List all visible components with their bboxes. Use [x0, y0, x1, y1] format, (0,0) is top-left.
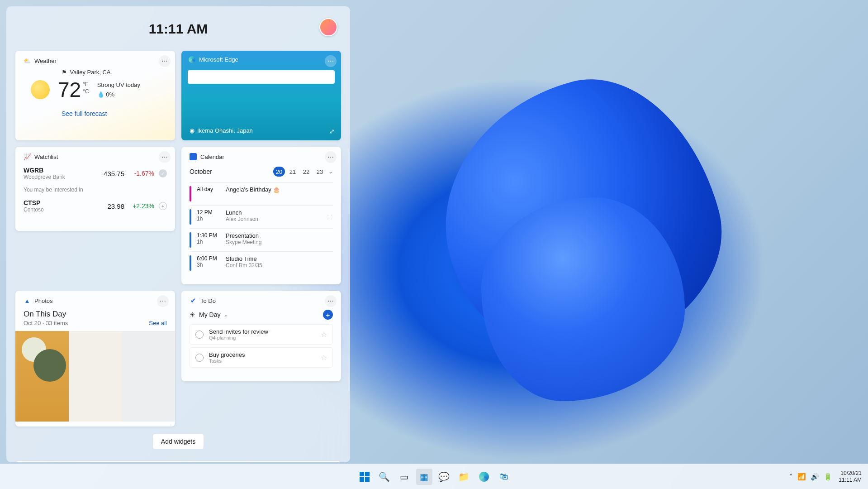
- weather-more-button[interactable]: ⋯: [159, 55, 171, 67]
- weather-location: ⚑ Valley Park, CA: [24, 69, 167, 76]
- add-stock-icon[interactable]: +: [159, 202, 167, 210]
- watchlist-widget[interactable]: 📈 Watchlist ⋯ WGRBWoodgrove Bank435.75-1…: [15, 147, 175, 231]
- system-tray[interactable]: ˄ 📶 🔊 🔋: [789, 473, 832, 481]
- todo-add-button[interactable]: +: [323, 310, 333, 320]
- event-subtitle: Skype Meeting: [226, 239, 261, 245]
- edge-search-bar[interactable]: [188, 70, 335, 84]
- photos-more-button[interactable]: ⋯: [157, 295, 169, 307]
- expand-icon[interactable]: ⤢: [329, 128, 335, 135]
- weather-temp: 72 °F °C: [58, 77, 89, 102]
- todo-item[interactable]: Buy groceriesTasks☆: [190, 347, 333, 368]
- edge-icon: [189, 56, 195, 63]
- store-button[interactable]: 🛍: [496, 469, 512, 485]
- event-title: Lunch: [226, 209, 258, 216]
- photos-strip[interactable]: [15, 331, 175, 422]
- weather-icon: ⛅: [24, 57, 31, 64]
- event-time: All day: [197, 186, 220, 201]
- wallpaper-bloom: [391, 39, 775, 424]
- todo-myday-label[interactable]: My Day: [199, 311, 220, 318]
- search-button[interactable]: 🔍: [376, 469, 393, 485]
- stock-change: -1.67%: [124, 170, 154, 177]
- todo-checkbox[interactable]: [195, 331, 204, 339]
- stock-company: Contoso: [24, 206, 93, 213]
- check-icon[interactable]: ✓: [159, 169, 167, 177]
- event-color-bar: [190, 186, 191, 201]
- chevron-down-icon[interactable]: ⌄: [328, 168, 333, 175]
- unit-c[interactable]: °C: [83, 88, 89, 95]
- calendar-day[interactable]: 22: [300, 167, 312, 177]
- calendar-event[interactable]: 6:00 PM3hStudio TimeConf Rm 32/35: [190, 251, 333, 274]
- chat-button[interactable]: 💬: [436, 469, 452, 485]
- location-dot-icon: ◉: [190, 127, 194, 134]
- sun-icon: [31, 80, 50, 99]
- star-icon[interactable]: ☆: [321, 353, 327, 362]
- drag-handle-icon[interactable]: ⋮⋮: [326, 215, 333, 220]
- sun-outline-icon: ☀: [190, 311, 195, 318]
- chevron-down-icon[interactable]: ⌄: [224, 312, 228, 318]
- photo-thumb[interactable]: [69, 331, 122, 422]
- widgets-grid: ⛅ Weather ⋯ ⚑ Valley Park, CA 72 °F °C S: [15, 51, 341, 462]
- widgets-header: 11:11 AM: [15, 15, 341, 43]
- taskbar-right: ˄ 📶 🔊 🔋 10/20/21 11:11 AM: [789, 470, 862, 484]
- event-subtitle: Alex Johnson: [226, 216, 258, 222]
- top-stories-widget[interactable]: TOP STORIES USA Today · 3 minsOne of the…: [15, 461, 341, 462]
- calendar-day[interactable]: 21: [287, 167, 299, 177]
- star-icon[interactable]: ☆: [321, 330, 327, 339]
- widgets-button[interactable]: ▦: [416, 469, 432, 485]
- location-pin-icon: ⚑: [62, 69, 67, 76]
- calendar-event[interactable]: All dayAngela's Birthday 🎂: [190, 182, 333, 205]
- edge-widget[interactable]: Microsoft Edge ⋯ ◉ Ikema Ohashi, Japan ⤢: [181, 51, 341, 140]
- chevron-up-icon[interactable]: ˄: [789, 473, 793, 481]
- weather-uv: Strong UV today: [97, 82, 140, 88]
- volume-icon[interactable]: 🔊: [811, 473, 819, 481]
- unit-f[interactable]: °F: [83, 81, 89, 87]
- event-title: Angela's Birthday 🎂: [226, 186, 280, 193]
- edge-more-button[interactable]: ⋯: [325, 55, 337, 67]
- temp-value: 72: [58, 77, 81, 102]
- photos-meta: Oct 20 · 33 items: [24, 320, 68, 326]
- task-view-button[interactable]: ▭: [396, 469, 413, 485]
- calendar-more-button[interactable]: ⋯: [325, 151, 337, 163]
- calendar-event[interactable]: 12 PM1hLunchAlex Johnson⋮⋮: [190, 205, 333, 228]
- weather-widget[interactable]: ⛅ Weather ⋯ ⚑ Valley Park, CA 72 °F °C S: [15, 51, 175, 140]
- add-widgets-row: Add widgets: [15, 434, 341, 449]
- taskbar: 🔍 ▭ ▦ 💬 📁 🛍 ˄ 📶 🔊 🔋 10/20/21 11:11 AM: [0, 464, 868, 489]
- edge-title: Microsoft Edge: [199, 56, 238, 63]
- watchlist-row[interactable]: WGRBWoodgrove Bank435.75-1.67%✓: [24, 167, 167, 180]
- stock-price: 23.98: [93, 202, 124, 210]
- todo-checkbox[interactable]: [195, 354, 204, 362]
- file-explorer-button[interactable]: 📁: [456, 469, 472, 485]
- calendar-title: Calendar: [200, 153, 224, 160]
- todo-item-title: Send invites for review: [209, 328, 315, 335]
- taskbar-time: 11:11 AM: [839, 477, 862, 484]
- wifi-icon[interactable]: 📶: [797, 473, 806, 481]
- calendar-month[interactable]: October: [190, 168, 273, 175]
- todo-widget[interactable]: ✔ To Do ⋯ ☀ My Day ⌄ + Send invites for …: [181, 291, 341, 381]
- photo-thumb[interactable]: [15, 331, 69, 422]
- watchlist-row[interactable]: CTSPContoso23.98+2.23%+: [24, 199, 167, 213]
- start-button[interactable]: [356, 469, 373, 485]
- edge-button[interactable]: [476, 469, 492, 485]
- calendar-icon: [190, 153, 197, 160]
- calendar-widget[interactable]: Calendar ⋯ October 20212223 ⌄ All dayAng…: [181, 147, 341, 284]
- todo-item[interactable]: Send invites for reviewQ4 planning☆: [190, 324, 333, 345]
- todo-item-sub: Tasks: [209, 358, 315, 364]
- event-subtitle: Conf Rm 32/35: [226, 262, 262, 268]
- forecast-link[interactable]: See full forecast: [62, 110, 167, 117]
- add-widgets-button[interactable]: Add widgets: [152, 434, 204, 449]
- battery-icon[interactable]: 🔋: [824, 473, 832, 481]
- watchlist-more-button[interactable]: ⋯: [159, 151, 171, 163]
- photos-seeall-link[interactable]: See all: [149, 320, 167, 326]
- todo-more-button[interactable]: ⋯: [325, 295, 337, 307]
- calendar-day[interactable]: 23: [314, 167, 326, 177]
- taskbar-clock[interactable]: 10/20/21 11:11 AM: [839, 470, 862, 484]
- calendar-day[interactable]: 20: [273, 167, 285, 177]
- calendar-event[interactable]: 1:30 PM1hPresentationSkype Meeting: [190, 228, 333, 251]
- photos-widget[interactable]: ▲ Photos ⋯ On This Day Oct 20 · 33 items…: [15, 291, 175, 427]
- user-avatar[interactable]: [319, 18, 337, 36]
- event-title: Presentation: [226, 232, 261, 239]
- photo-thumb[interactable]: [122, 331, 175, 422]
- event-color-bar: [190, 232, 191, 248]
- event-title: Studio Time: [226, 255, 262, 262]
- photos-icon: ▲: [24, 297, 31, 304]
